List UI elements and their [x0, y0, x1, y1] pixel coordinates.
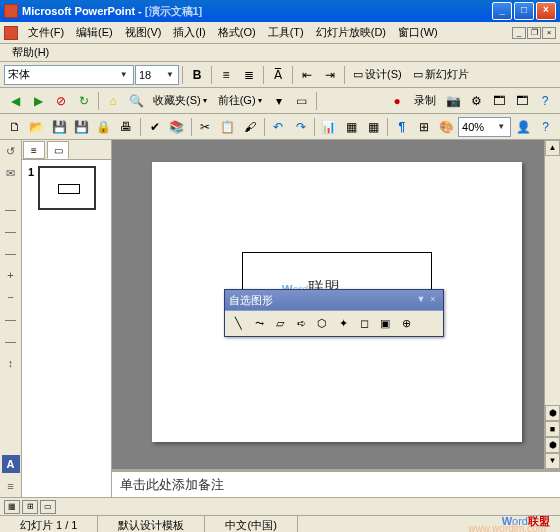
back-button[interactable]: ◀ [4, 90, 26, 112]
favorites-button[interactable]: 收藏夹(S)▾ [148, 91, 212, 111]
slideshow-view-button[interactable]: ▭ [40, 500, 56, 514]
bold-button[interactable]: B [186, 64, 208, 86]
goto-button[interactable]: 前往(G)▾ [213, 91, 267, 111]
rule1[interactable]: — [2, 200, 20, 218]
rule3[interactable]: — [2, 244, 20, 262]
basic-shapes-tool[interactable]: ▱ [270, 314, 290, 334]
open-button[interactable]: 📂 [26, 116, 47, 138]
cut-button[interactable]: ✂ [195, 116, 216, 138]
mdi-restore[interactable]: ❐ [527, 27, 541, 39]
autoshapes-header[interactable]: 自选图形 ▼ × [225, 290, 443, 310]
fontsize-input[interactable] [139, 69, 165, 81]
new-button[interactable]: 🗋 [4, 116, 25, 138]
home-button[interactable]: ⌂ [102, 90, 124, 112]
flowchart-tool[interactable]: ⬡ [312, 314, 332, 334]
stars-tool[interactable]: ✦ [333, 314, 353, 334]
callouts-tool[interactable]: ◻ [354, 314, 374, 334]
autoshapes-toolbar[interactable]: 自选图形 ▼ × ╲ ⤳ ▱ ➪ ⬡ ✦ ◻ ▣ ⊕ [224, 289, 444, 337]
block-arrows-tool[interactable]: ➪ [291, 314, 311, 334]
format-painter-button[interactable]: 🖌 [239, 116, 260, 138]
plus-tool[interactable]: + [2, 266, 20, 284]
slides-tab[interactable]: ▭ [47, 141, 69, 159]
scroll-down-icon[interactable]: ▼ [545, 453, 560, 469]
close-button[interactable]: × [536, 2, 556, 20]
redo-button[interactable]: ↷ [290, 116, 311, 138]
help2-button[interactable]: ? [535, 116, 556, 138]
autoshapes-dropdown-icon[interactable]: ▼ [415, 294, 427, 306]
scroll-up-icon[interactable]: ▲ [545, 140, 560, 156]
decrease-indent-button[interactable]: ⇤ [296, 64, 318, 86]
menu-edit[interactable]: 编辑(E) [70, 23, 119, 42]
mdi-minimize[interactable]: _ [512, 27, 526, 39]
save-button[interactable]: 💾 [49, 116, 70, 138]
menu-window[interactable]: 窗口(W) [392, 23, 444, 42]
minus-tool[interactable]: − [2, 288, 20, 306]
action-buttons-tool[interactable]: ▣ [375, 314, 395, 334]
chevron-down-icon[interactable]: ▼ [496, 122, 507, 131]
settings1-button[interactable]: ⚙ [465, 90, 487, 112]
chart-button[interactable]: 📊 [318, 116, 339, 138]
forward-button[interactable]: ▶ [27, 90, 49, 112]
connectors-tool[interactable]: ⤳ [249, 314, 269, 334]
menu-file[interactable]: 文件(F) [22, 23, 70, 42]
new-slide-button[interactable]: ▭新幻灯片 [408, 65, 474, 85]
grid-button[interactable]: ⊞ [413, 116, 434, 138]
more-shapes-tool[interactable]: ⊕ [396, 314, 416, 334]
font-combo[interactable]: ▼ [4, 65, 134, 85]
record-icon[interactable]: ● [386, 90, 408, 112]
vertical-scrollbar[interactable]: ▲ ⬢ ■ ⬢ ▼ [544, 140, 560, 469]
rule5[interactable]: — [2, 332, 20, 350]
minimize-button[interactable]: _ [492, 2, 512, 20]
mdi-close[interactable]: × [542, 27, 556, 39]
notes-pane[interactable]: 单击此处添加备注 [112, 469, 560, 497]
rule4[interactable]: — [2, 310, 20, 328]
chevron-down-icon[interactable]: ▼ [117, 70, 130, 79]
table-button[interactable]: ▦ [340, 116, 361, 138]
refresh-button[interactable]: ↻ [73, 90, 95, 112]
restore-tool[interactable]: ↺ [2, 142, 20, 160]
rule2[interactable]: — [2, 222, 20, 240]
tables-borders-button[interactable]: ▦ [363, 116, 384, 138]
outline-tab[interactable]: ≡ [23, 141, 45, 159]
increase-font-button[interactable]: A̅ [267, 64, 289, 86]
maximize-button[interactable]: □ [514, 2, 534, 20]
menu-view[interactable]: 视图(V) [119, 23, 168, 42]
color-button[interactable]: 🎨 [436, 116, 457, 138]
paste-button[interactable]: 📋 [217, 116, 238, 138]
menu-format[interactable]: 格式(O) [212, 23, 262, 42]
settings2-button[interactable]: 🗔 [488, 90, 510, 112]
lines-tool[interactable]: ╲ [228, 314, 248, 334]
browse-object-button[interactable]: ■ [545, 421, 560, 437]
send-tool[interactable]: ✉ [2, 164, 20, 182]
zoom-combo[interactable]: ▼ [458, 117, 510, 137]
settings3-button[interactable]: 🗔 [511, 90, 533, 112]
msn-button[interactable]: 👤 [513, 116, 534, 138]
camera-button[interactable]: 📷 [442, 90, 464, 112]
spellcheck-button[interactable]: ✔ [144, 116, 165, 138]
record-button[interactable]: 录制 [409, 91, 441, 111]
search-web-button[interactable]: 🔍 [125, 90, 147, 112]
prev-slide-button[interactable]: ⬢ [545, 405, 560, 421]
chevron-down-icon[interactable]: ▼ [165, 70, 175, 79]
design-button[interactable]: ▭设计(S) [348, 65, 407, 85]
next-slide-button[interactable]: ⬢ [545, 437, 560, 453]
permission-button[interactable]: 🔒 [93, 116, 114, 138]
show-address-button[interactable]: ▭ [291, 90, 313, 112]
menu-insert[interactable]: 插入(I) [167, 23, 211, 42]
help-button[interactable]: ? [534, 90, 556, 112]
expand-tool[interactable]: ≡ [2, 477, 20, 495]
stop-button[interactable]: ⊘ [50, 90, 72, 112]
fontsize-combo[interactable]: ▼ [135, 65, 179, 85]
saveall-button[interactable]: 💾 [71, 116, 92, 138]
font-input[interactable] [8, 69, 117, 81]
bullets-button[interactable]: ≡ [215, 64, 237, 86]
undo-button[interactable]: ↶ [268, 116, 289, 138]
a-color-tool[interactable]: A [2, 455, 20, 473]
sorter-view-button[interactable]: ⊞ [22, 500, 38, 514]
menu-tools[interactable]: 工具(T) [262, 23, 310, 42]
autoshapes-close-icon[interactable]: × [427, 294, 439, 306]
increase-indent-button[interactable]: ⇥ [319, 64, 341, 86]
menu-help[interactable]: 帮助(H) [6, 44, 55, 60]
updown-tool[interactable]: ↕ [2, 354, 20, 372]
numbering-button[interactable]: ≣ [238, 64, 260, 86]
